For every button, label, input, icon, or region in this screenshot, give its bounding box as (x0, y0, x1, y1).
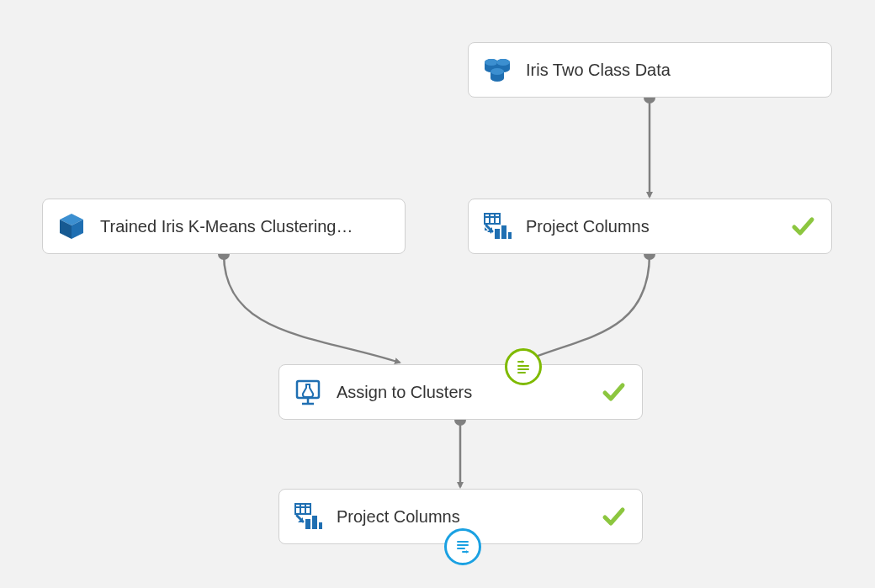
project-columns-icon (480, 209, 514, 243)
node-assign-to-clusters[interactable]: Assign to Clusters (278, 364, 643, 420)
svg-point-8 (496, 59, 510, 66)
project-columns-icon (291, 500, 325, 533)
node-label: Iris Two Class Data (526, 61, 816, 80)
svg-rect-21 (295, 504, 310, 514)
node-project-columns-1[interactable]: Project Columns (468, 199, 832, 254)
edge-trained-to-assign (224, 254, 400, 363)
svg-rect-17 (508, 232, 512, 239)
transform-out-icon (454, 538, 471, 555)
success-check-icon (789, 213, 816, 240)
output-ports (218, 92, 655, 550)
success-check-icon (600, 503, 627, 530)
success-check-icon (600, 379, 627, 405)
port-badge-transform-in[interactable] (505, 348, 542, 385)
svg-rect-11 (485, 214, 500, 224)
svg-rect-25 (305, 519, 310, 529)
svg-point-6 (485, 59, 498, 66)
svg-point-10 (491, 68, 504, 75)
node-label: Project Columns (337, 507, 600, 527)
database-icon (480, 53, 514, 87)
port-badge-transform-out[interactable] (444, 528, 481, 565)
edges (224, 98, 650, 487)
node-label: Assign to Clusters (337, 383, 600, 402)
node-trained-kmeans[interactable]: Trained Iris K-Means Clustering… (42, 199, 406, 254)
svg-rect-15 (495, 229, 500, 239)
svg-rect-27 (319, 522, 322, 529)
edge-project1-to-assign (521, 254, 650, 363)
node-label: Trained Iris K-Means Clustering… (100, 217, 390, 236)
transform-in-icon (515, 358, 532, 375)
svg-rect-26 (312, 516, 317, 529)
svg-rect-16 (501, 225, 506, 239)
node-label: Project Columns (526, 217, 789, 236)
experiment-icon (291, 375, 325, 409)
cube-icon (55, 209, 88, 243)
node-iris-two-class-data[interactable]: Iris Two Class Data (468, 42, 832, 98)
